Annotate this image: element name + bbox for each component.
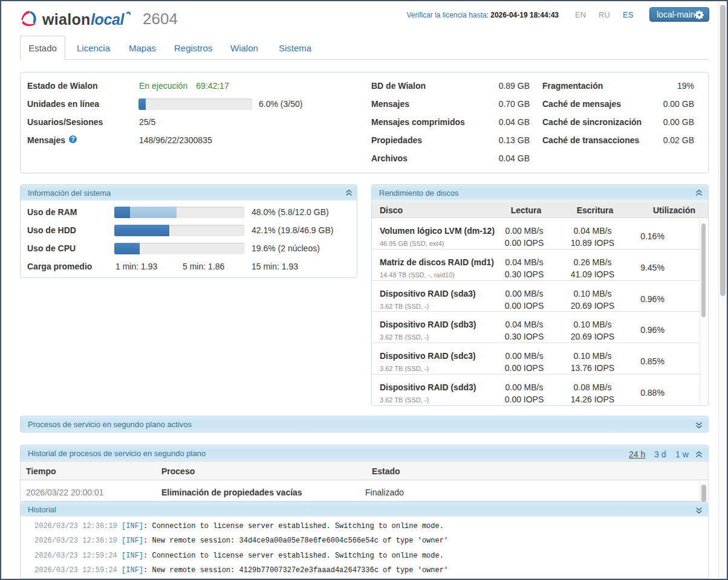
svg-text:wialon: wialon [42,11,91,28]
svg-text:local: local [91,11,125,28]
